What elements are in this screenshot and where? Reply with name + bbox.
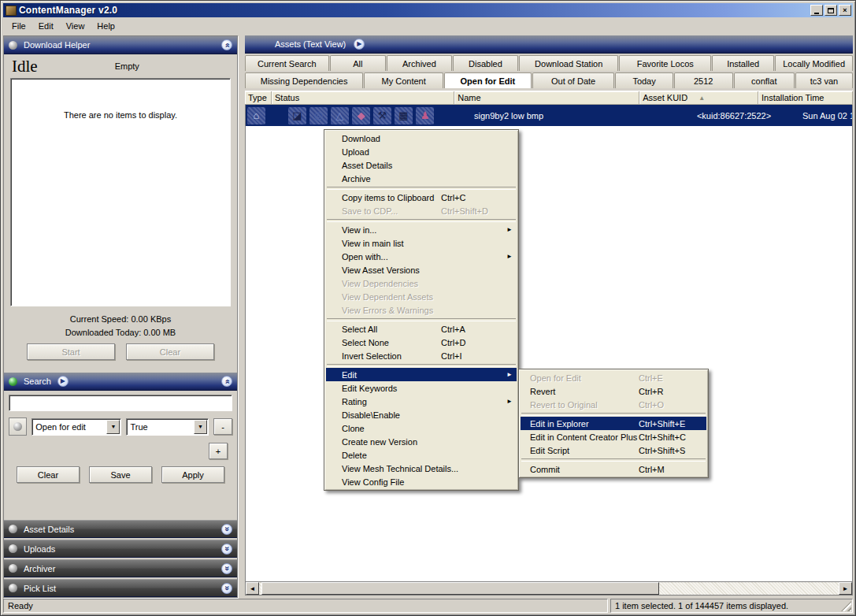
column-header-installation-time[interactable]: Installation Time [758,91,853,105]
menubar-item-file[interactable]: File [6,20,31,32]
filter-field-select[interactable]: Open for edit ▼ [31,418,121,436]
menu-item-label: View Config File [342,477,513,487]
column-header-name[interactable]: Name [454,91,639,105]
menu-item-select-all[interactable]: Select AllCtrl+A [326,322,517,336]
menu-item-upload[interactable]: Upload [326,145,517,158]
sidebar-panel-uploads[interactable]: Uploads» [4,540,237,558]
tab-my-content[interactable]: My Content [364,72,443,88]
menu-item-delete[interactable]: Delete [326,448,517,462]
scrollbar-thumb[interactable] [261,582,659,595]
column-header-status[interactable]: Status [272,91,454,105]
tab-favorite-locos[interactable]: Favorite Locos [619,55,711,71]
search-save-button[interactable]: Save [89,466,152,483]
tab-open-for-edit[interactable]: Open for Edit [444,72,532,88]
menu-item-label: View in main list [342,239,513,248]
menu-item-edit-in-content-creator-plus[interactable]: Edit in Content Creator PlusCtrl+Shift+C [521,430,706,443]
dropdown-arrow-icon[interactable]: ▼ [106,420,120,434]
tab-all[interactable]: All [330,55,386,71]
filter-value-select[interactable]: True ▼ [126,418,209,436]
menu-item-rating[interactable]: Rating► [326,395,517,408]
menu-item-copy-items-to-clipboard[interactable]: Copy items to ClipboardCtrl+C [326,191,517,204]
download-helper-header[interactable]: Download Helper » [4,36,237,54]
expand-chevron-icon[interactable]: » [221,524,232,535]
criteria-sphere-button[interactable] [9,417,27,436]
expand-chevron-icon[interactable]: » [221,544,232,555]
menu-item-view-in[interactable]: View in...► [326,223,517,236]
tab-archived[interactable]: Archived [387,55,452,71]
menu-item-disable-enable[interactable]: Disable\Enable [326,408,517,421]
minimize-button[interactable] [810,5,823,16]
add-criterion-button[interactable]: + [209,443,228,459]
tab-tc3-van[interactable]: tc3 van [795,72,853,88]
menu-item-edit-keywords[interactable]: Edit Keywords [326,381,517,395]
start-button[interactable]: Start [27,343,115,360]
close-button[interactable]: × [839,5,851,16]
scroll-left-button[interactable]: ◄ [246,582,259,595]
tab-disabled[interactable]: Disabled [453,55,518,71]
assets-header[interactable]: Assets (Text View) ▶ [245,35,853,54]
menu-item-label: Revert to Original [530,400,639,410]
tab-conflat[interactable]: conflat [734,72,795,88]
tab-today[interactable]: Today [615,72,673,88]
column-header-asset-kuid[interactable]: Asset KUID▲ [639,91,758,105]
sidebar-panel-archiver[interactable]: Archiver» [4,559,237,577]
search-header[interactable]: Search ▶ » [4,373,237,391]
assets-play-icon[interactable]: ▶ [354,39,365,50]
menubar-item-help[interactable]: Help [91,20,120,32]
menubar-item-edit[interactable]: Edit [33,20,59,32]
menu-item-view-dependent-assets: View Dependent Assets [326,290,517,303]
expand-chevron-icon[interactable]: » [221,583,232,594]
menu-item-edit[interactable]: Edit► [326,368,517,381]
search-collapse-chevron-icon[interactable]: » [221,376,232,387]
menu-item-commit[interactable]: CommitCtrl+M [521,462,706,476]
scroll-right-button[interactable]: ► [839,582,852,595]
search-run-icon[interactable]: ▶ [57,376,69,387]
download-state: Idle [12,57,38,76]
tab-current-search[interactable]: Current Search [245,55,329,71]
menu-item-clone[interactable]: Clone [326,421,517,435]
menu-item-download[interactable]: Download [326,132,517,145]
maximize-button[interactable] [825,5,837,16]
menu-item-label: Asset Details [342,161,513,170]
menu-item-view-asset-versions[interactable]: View Asset Versions [326,263,517,276]
filter-value-value: True [127,422,194,432]
menu-item-revert[interactable]: RevertCtrl+R [521,384,706,398]
clear-downloads-button[interactable]: Clear [126,343,214,360]
resize-grip[interactable] [841,601,851,611]
tab-installed[interactable]: Installed [712,55,774,71]
menu-item-view-in-main-list[interactable]: View in main list [326,236,517,250]
search-apply-button[interactable]: Apply [161,466,224,483]
menu-item-create-new-version[interactable]: Create new Version [326,435,517,448]
tab-missing-dependencies[interactable]: Missing Dependencies [245,72,363,88]
tab-download-station[interactable]: Download Station [519,55,619,71]
horizontal-scrollbar[interactable]: ◄ ► [245,582,853,596]
dropdown-arrow-icon[interactable]: ▼ [194,420,207,434]
menu-item-label: Create new Version [342,437,513,447]
tab-out-of-date[interactable]: Out of Date [532,72,615,88]
search-input[interactable] [9,395,232,411]
menu-item-open-with[interactable]: Open with...► [326,250,517,263]
remove-criterion-button[interactable]: - [213,418,232,435]
menu-item-label: Copy items to Clipboard [342,193,441,202]
column-header-type[interactable]: Type [245,91,272,105]
sidebar-panel-asset-details[interactable]: Asset Details» [4,520,237,538]
menu-item-archive[interactable]: Archive [326,172,517,185]
current-speed: Current Speed: 0.00 KBps [4,313,237,326]
tab-2512[interactable]: 2512 [674,72,733,88]
menu-item-view-config-file[interactable]: View Config File [326,475,517,488]
menu-item-asset-details[interactable]: Asset Details [326,158,517,172]
menubar-item-view[interactable]: View [61,20,91,32]
sidebar-panel-pick-list[interactable]: Pick List» [4,579,237,597]
search-clear-button[interactable]: Clear [17,466,80,483]
tab-locally-modified[interactable]: Locally Modified [775,55,853,71]
menu-item-invert-selection[interactable]: Invert SelectionCtrl+I [326,349,517,362]
collapse-chevron-icon[interactable]: » [221,39,232,50]
download-queue-list[interactable]: There are no items to display. [10,78,231,306]
menu-item-edit-script[interactable]: Edit ScriptCtrl+Shift+S [521,443,706,457]
menu-item-label: Clone [342,424,513,433]
menu-item-view-mesh-technical-details[interactable]: View Mesh Technical Details... [326,462,517,475]
expand-chevron-icon[interactable]: » [221,563,232,574]
menu-item-select-none[interactable]: Select NoneCtrl+D [326,336,517,349]
table-row[interactable]: ⌂◪◎△◆⚒▦♟sign9by2 low bmp<kuid:86627:2522… [246,105,852,126]
menu-item-edit-in-explorer[interactable]: Edit in ExplorerCtrl+Shift+E [521,417,706,430]
